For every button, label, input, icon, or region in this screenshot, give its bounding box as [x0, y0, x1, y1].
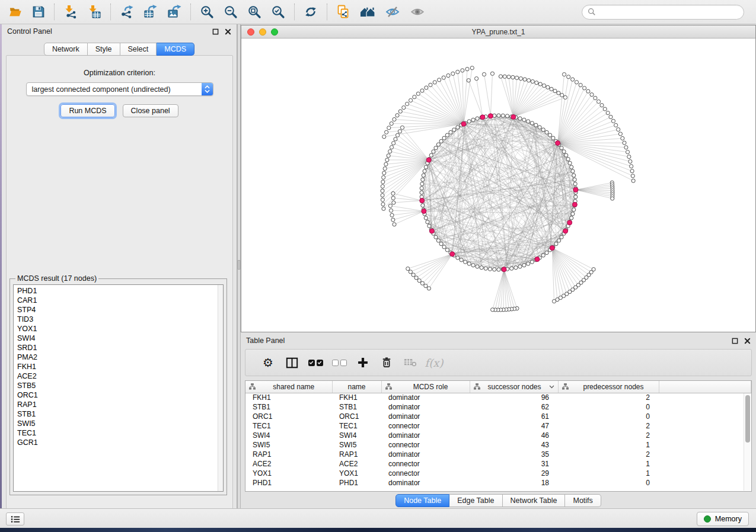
network-node[interactable]	[556, 140, 560, 145]
mcds-result-item[interactable]: RAP1	[17, 400, 223, 409]
table-row[interactable]: YOX1YOX1connector291	[245, 469, 751, 478]
network-node[interactable]	[381, 189, 384, 193]
export-table-button[interactable]	[139, 4, 162, 20]
function-builder-button[interactable]: f(x)	[422, 357, 446, 369]
select-all-columns-button[interactable]	[304, 360, 327, 366]
import-table-button[interactable]	[82, 4, 106, 20]
network-node[interactable]	[425, 86, 428, 89]
network-node[interactable]	[572, 208, 576, 211]
zoom-selected-button[interactable]	[266, 4, 290, 20]
network-node[interactable]	[436, 239, 440, 242]
network-node[interactable]	[429, 153, 433, 157]
network-node[interactable]	[391, 196, 395, 200]
network-node[interactable]	[488, 267, 492, 271]
network-node[interactable]	[442, 245, 446, 249]
network-node[interactable]	[550, 87, 553, 91]
network-node[interactable]	[420, 182, 424, 185]
network-node[interactable]	[390, 145, 393, 149]
network-node[interactable]	[383, 167, 387, 171]
mcds-result-item[interactable]: STP4	[17, 305, 223, 315]
network-node[interactable]	[568, 161, 572, 165]
mcds-result-item[interactable]: SWI5	[17, 419, 223, 428]
network-node[interactable]	[505, 114, 509, 118]
table-row[interactable]: FKH1FKH1dominator962	[245, 393, 751, 402]
close-window-icon[interactable]	[247, 28, 254, 36]
show-all-button[interactable]	[405, 4, 430, 20]
network-node[interactable]	[421, 204, 425, 207]
network-node[interactable]	[631, 174, 634, 178]
network-node[interactable]	[562, 72, 566, 76]
network-node[interactable]	[572, 202, 577, 207]
network-node[interactable]	[541, 128, 545, 132]
network-node[interactable]	[482, 72, 486, 76]
network-node[interactable]	[527, 262, 530, 265]
splitter-grip[interactable]	[238, 260, 240, 270]
hide-selected-button[interactable]	[380, 4, 405, 20]
float-table-panel-button[interactable]	[732, 338, 738, 344]
network-node[interactable]	[583, 86, 586, 90]
network-node[interactable]	[501, 114, 505, 117]
network-node[interactable]	[570, 216, 573, 220]
network-node[interactable]	[391, 191, 395, 195]
network-node[interactable]	[385, 130, 388, 134]
mcds-result-item[interactable]: ORC1	[17, 390, 223, 400]
tab-network-table[interactable]: Network Table	[503, 494, 566, 507]
network-node[interactable]	[493, 268, 496, 271]
network-node[interactable]	[394, 137, 397, 141]
network-node[interactable]	[393, 117, 396, 121]
network-node[interactable]	[434, 146, 438, 150]
network-node[interactable]	[626, 150, 629, 154]
mcds-result-item[interactable]: STB5	[17, 381, 223, 390]
save-session-button[interactable]	[27, 4, 50, 20]
network-node[interactable]	[627, 155, 631, 158]
network-node[interactable]	[417, 279, 421, 283]
network-node[interactable]	[611, 197, 614, 200]
network-node[interactable]	[416, 92, 420, 95]
network-node[interactable]	[527, 120, 530, 123]
tab-edge-table[interactable]: Edge Table	[449, 494, 502, 507]
open-file-button[interactable]	[4, 4, 27, 20]
network-node[interactable]	[451, 72, 455, 75]
delete-column-button[interactable]	[375, 357, 398, 368]
tab-mcds[interactable]: MCDS	[157, 43, 194, 56]
zoom-out-button[interactable]	[219, 4, 243, 20]
network-node[interactable]	[429, 229, 434, 233]
network-node[interactable]	[476, 265, 479, 268]
network-node[interactable]	[557, 91, 560, 95]
column-header-name[interactable]: name	[332, 381, 381, 393]
network-node[interactable]	[426, 220, 429, 224]
close-panel-button[interactable]	[225, 28, 231, 35]
network-node[interactable]	[391, 218, 395, 222]
mcds-result-item[interactable]: PMA2	[17, 352, 223, 362]
network-node[interactable]	[538, 82, 542, 86]
network-node[interactable]	[456, 126, 460, 129]
run-mcds-button[interactable]: Run MCDS	[60, 104, 114, 117]
mcds-result-item[interactable]: SWI4	[17, 334, 223, 343]
network-node[interactable]	[484, 267, 487, 270]
network-node[interactable]	[586, 89, 590, 93]
network-node[interactable]	[630, 169, 634, 173]
network-node[interactable]	[381, 184, 384, 188]
network-node[interactable]	[491, 308, 495, 312]
network-node[interactable]	[546, 85, 550, 89]
network-node[interactable]	[511, 114, 516, 119]
network-node[interactable]	[541, 254, 545, 257]
network-node[interactable]	[535, 257, 540, 262]
network-node[interactable]	[409, 270, 412, 274]
new-network-from-selection-button[interactable]	[331, 4, 355, 20]
network-node[interactable]	[420, 281, 424, 285]
network-node[interactable]	[618, 132, 622, 136]
search-field[interactable]	[582, 5, 744, 20]
network-node[interactable]	[442, 136, 446, 140]
network-node[interactable]	[388, 150, 392, 153]
network-node[interactable]	[560, 235, 563, 239]
network-node[interactable]	[522, 118, 526, 121]
mcds-result-item[interactable]: FKH1	[17, 362, 223, 371]
network-node[interactable]	[470, 66, 474, 70]
network-node[interactable]	[514, 266, 518, 270]
tab-motifs[interactable]: Motifs	[565, 494, 601, 507]
network-node[interactable]	[461, 69, 464, 72]
tab-style[interactable]: Style	[88, 43, 120, 56]
network-node[interactable]	[433, 81, 436, 84]
mcds-result-item[interactable]: SRD1	[17, 343, 223, 352]
